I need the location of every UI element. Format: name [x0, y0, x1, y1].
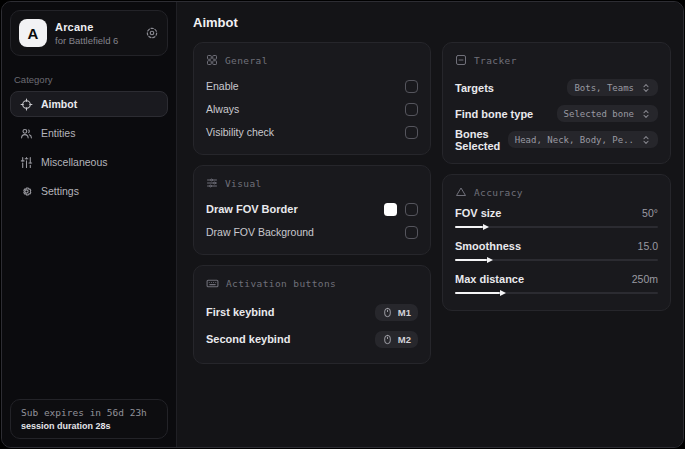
setting-label: Draw FOV Background	[206, 226, 314, 238]
sliders-icon	[20, 156, 33, 169]
tracker-panel: Tracker Targets Bots, Teams Find bone ty…	[442, 42, 671, 164]
sidebar-item-label: Aimbot	[41, 98, 77, 110]
slider-block-fov-size: FOV size 50°	[455, 207, 658, 231]
second-keybind-button[interactable]: M2	[375, 331, 418, 348]
panel-title: Tracker	[474, 55, 517, 66]
dropdown-value: Head, Neck, Body, Pe..	[515, 135, 634, 145]
gear-icon	[20, 185, 33, 198]
sidebar-item-label: Settings	[41, 185, 79, 197]
crosshair-icon	[20, 98, 33, 111]
app-logo: A	[19, 19, 47, 47]
setting-label: Smoothness	[455, 240, 521, 252]
brand-text: Arcane for Battlefield 6	[55, 21, 137, 46]
sidebar-item-miscellaneous[interactable]: Miscellaneous	[10, 149, 168, 175]
setting-label: Visibility check	[206, 126, 274, 138]
max-distance-slider[interactable]	[455, 289, 658, 297]
setting-label: Max distance	[455, 273, 524, 285]
dropdown-value: Selected bone	[564, 109, 634, 119]
setting-label: Enable	[206, 80, 239, 92]
enable-checkbox[interactable]	[405, 80, 418, 93]
sub-expiry-text: Sub expires in 56d 23h	[21, 407, 157, 418]
visibility-check-checkbox[interactable]	[405, 126, 418, 139]
triangle-icon	[455, 186, 467, 198]
smoothness-slider[interactable]	[455, 256, 658, 264]
setting-label: First keybind	[206, 306, 274, 318]
slider-value: 250m	[632, 273, 658, 285]
setting-row-second-keybind: Second keybind M2	[206, 326, 418, 352]
sidebar-item-label: Entities	[41, 127, 75, 139]
panel-title: Visual	[225, 178, 262, 189]
setting-label: Draw FOV Border	[206, 203, 298, 215]
app-subtitle: for Battlefield 6	[55, 35, 137, 46]
minus-square-icon	[455, 54, 467, 66]
grid-icon	[206, 54, 218, 66]
chevrons-up-down-icon	[641, 83, 651, 93]
brand-card: A Arcane for Battlefield 6	[10, 10, 168, 56]
slider-block-max-distance: Max distance 250m	[455, 273, 658, 297]
activation-panel: Activation buttons First keybind M1 Seco…	[193, 265, 431, 364]
sync-icon[interactable]	[145, 26, 159, 40]
setting-label: FOV size	[455, 207, 501, 219]
sliders-horizontal-icon	[206, 177, 218, 189]
setting-row-always: Always	[206, 98, 418, 120]
keyboard-icon	[206, 277, 219, 290]
general-panel: General Enable Always Visibility check	[193, 42, 431, 155]
chevrons-up-down-icon	[641, 109, 651, 119]
app-window: A Arcane for Battlefield 6 Category Aimb…	[1, 1, 684, 448]
slider-value: 50°	[642, 207, 658, 219]
slider-fill	[455, 226, 483, 228]
keybind-value: M2	[398, 334, 411, 345]
app-title: Arcane	[55, 21, 137, 33]
subscription-card: Sub expires in 56d 23h session duration …	[10, 399, 168, 439]
always-checkbox[interactable]	[405, 103, 418, 116]
dropdown-value: Bots, Teams	[574, 83, 634, 93]
setting-row-first-keybind: First keybind M1	[206, 299, 418, 325]
setting-row-targets: Targets Bots, Teams	[455, 75, 658, 100]
setting-row-draw-fov-border: Draw FOV Border	[206, 198, 418, 220]
setting-row-enable: Enable	[206, 75, 418, 97]
category-label: Category	[14, 74, 164, 85]
targets-dropdown[interactable]: Bots, Teams	[567, 79, 658, 96]
main-content: Aimbot General Enable Alw	[177, 2, 683, 447]
panel-title: Activation buttons	[226, 278, 336, 289]
sidebar-nav: Aimbot Entities Miscellaneous Settings	[2, 91, 176, 207]
sidebar-item-entities[interactable]: Entities	[10, 120, 168, 146]
accuracy-panel: Accuracy FOV size 50°	[442, 174, 671, 311]
fov-size-slider[interactable]	[455, 223, 658, 231]
slider-fill	[455, 292, 500, 294]
setting-label: Find bone type	[455, 108, 533, 120]
setting-row-find-bone-type: Find bone type Selected bone	[455, 101, 658, 126]
sidebar-item-aimbot[interactable]: Aimbot	[10, 91, 168, 117]
bones-selected-dropdown[interactable]: Head, Neck, Body, Pe..	[508, 131, 658, 148]
chevrons-up-down-icon	[641, 135, 651, 145]
setting-row-draw-fov-background: Draw FOV Background	[206, 221, 418, 243]
visual-panel: Visual Draw FOV Border Draw FOV Backgrou…	[193, 165, 431, 255]
keybind-value: M1	[398, 307, 411, 318]
setting-label: Always	[206, 103, 239, 115]
draw-fov-background-checkbox[interactable]	[405, 226, 418, 239]
setting-row-visibility-check: Visibility check	[206, 121, 418, 143]
panel-title: General	[225, 55, 268, 66]
setting-row-bones-selected: Bones Selected Head, Neck, Body, Pe..	[455, 127, 658, 152]
sidebar-item-label: Miscellaneous	[41, 156, 108, 168]
slider-value: 15.0	[638, 240, 658, 252]
first-keybind-button[interactable]: M1	[375, 304, 418, 321]
page-title: Aimbot	[193, 15, 671, 30]
entities-icon	[20, 127, 33, 140]
slider-fill	[455, 259, 487, 261]
setting-label: Bones Selected	[455, 128, 508, 152]
sidebar-item-settings[interactable]: Settings	[10, 178, 168, 204]
draw-fov-border-checkbox[interactable]	[405, 203, 418, 216]
session-duration-text: session duration 28s	[21, 421, 157, 431]
find-bone-type-dropdown[interactable]: Selected bone	[557, 105, 658, 122]
slider-block-smoothness: Smoothness 15.0	[455, 240, 658, 264]
fov-border-color-swatch[interactable]	[384, 203, 397, 216]
sidebar: A Arcane for Battlefield 6 Category Aimb…	[2, 2, 177, 447]
panel-title: Accuracy	[474, 187, 523, 198]
setting-label: Second keybind	[206, 333, 290, 345]
mouse-icon	[382, 334, 393, 345]
setting-label: Targets	[455, 82, 494, 94]
mouse-icon	[382, 307, 393, 318]
